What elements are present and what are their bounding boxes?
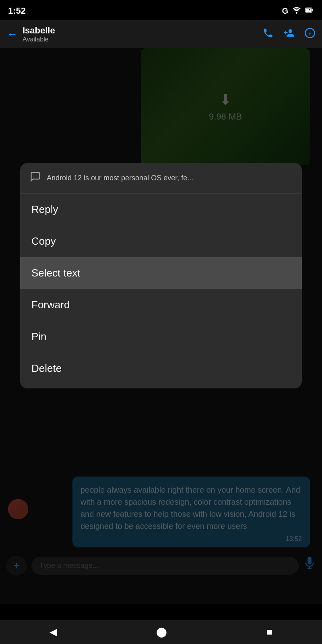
contact-info: Isabelle Available bbox=[23, 25, 262, 43]
pin-menu-item[interactable]: Pin bbox=[20, 321, 302, 353]
app-bar: ← Isabelle Available bbox=[0, 20, 322, 48]
status-time: 1:52 bbox=[8, 6, 26, 16]
back-nav-button[interactable]: ◀ bbox=[50, 626, 57, 638]
contact-status: Available bbox=[23, 36, 262, 43]
forward-menu-item[interactable]: Forward bbox=[20, 289, 302, 321]
home-nav-button[interactable]: ⬤ bbox=[156, 626, 167, 638]
nav-bar: ◀ ⬤ ■ bbox=[0, 620, 322, 644]
info-button[interactable] bbox=[304, 27, 316, 41]
svg-rect-2 bbox=[312, 9, 313, 11]
svg-point-0 bbox=[296, 12, 297, 14]
select-text-menu-item[interactable]: Select text bbox=[20, 257, 302, 289]
message-preview-icon bbox=[30, 171, 41, 185]
contact-name: Isabelle bbox=[23, 25, 262, 36]
wifi-icon bbox=[292, 6, 301, 15]
status-bar: 1:52 G bbox=[0, 0, 322, 20]
chat-area: ⬇ 9.98 MB people always available right … bbox=[0, 48, 322, 604]
battery-icon bbox=[305, 6, 314, 15]
copy-menu-item[interactable]: Copy bbox=[20, 225, 302, 257]
context-menu: Android 12 is our most personal OS ever,… bbox=[20, 163, 302, 388]
delete-menu-item[interactable]: Delete bbox=[20, 353, 302, 384]
sync-icon: G bbox=[282, 6, 288, 16]
app-bar-actions bbox=[262, 27, 316, 41]
status-icons: G bbox=[282, 6, 314, 16]
back-button[interactable]: ← bbox=[6, 28, 18, 41]
add-contact-button[interactable] bbox=[283, 27, 295, 41]
reply-menu-item[interactable]: Reply bbox=[20, 194, 302, 225]
call-button[interactable] bbox=[262, 27, 274, 41]
context-menu-header: Android 12 is our most personal OS ever,… bbox=[20, 163, 302, 194]
recent-nav-button[interactable]: ■ bbox=[266, 626, 272, 638]
context-header-preview: Android 12 is our most personal OS ever,… bbox=[47, 174, 292, 182]
